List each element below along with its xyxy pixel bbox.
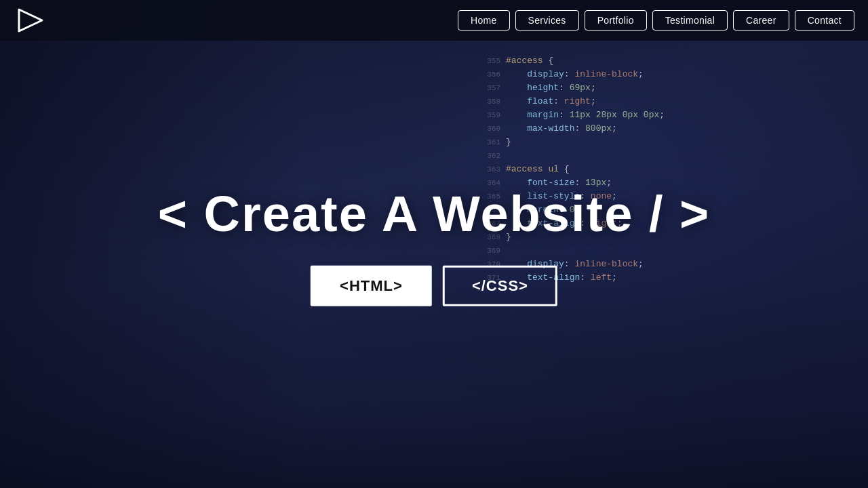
nav-career-button[interactable]: Career (733, 10, 789, 30)
svg-marker-0 (19, 9, 42, 31)
nav-home-button[interactable]: Home (458, 10, 510, 30)
hero-title: < Create A Website / > (158, 186, 710, 241)
logo-icon (14, 7, 47, 34)
hero-buttons: <HTML> </CSS> (158, 266, 710, 306)
html-button[interactable]: <HTML> (311, 266, 432, 306)
logo[interactable] (14, 7, 47, 34)
hero-content: < Create A Website / > <HTML> </CSS> (158, 186, 710, 306)
nav-testimonial-button[interactable]: Testimonial (652, 10, 728, 30)
nav-contact-button[interactable]: Contact (795, 10, 854, 30)
hero-section: 355#access { 356 display: inline-block; … (0, 0, 868, 488)
nav-portfolio-button[interactable]: Portfolio (585, 10, 647, 30)
nav-links: Home Services Portfolio Testimonial Care… (458, 10, 854, 30)
nav-services-button[interactable]: Services (515, 10, 579, 30)
css-button[interactable]: </CSS> (443, 266, 557, 306)
navbar: Home Services Portfolio Testimonial Care… (0, 0, 868, 41)
